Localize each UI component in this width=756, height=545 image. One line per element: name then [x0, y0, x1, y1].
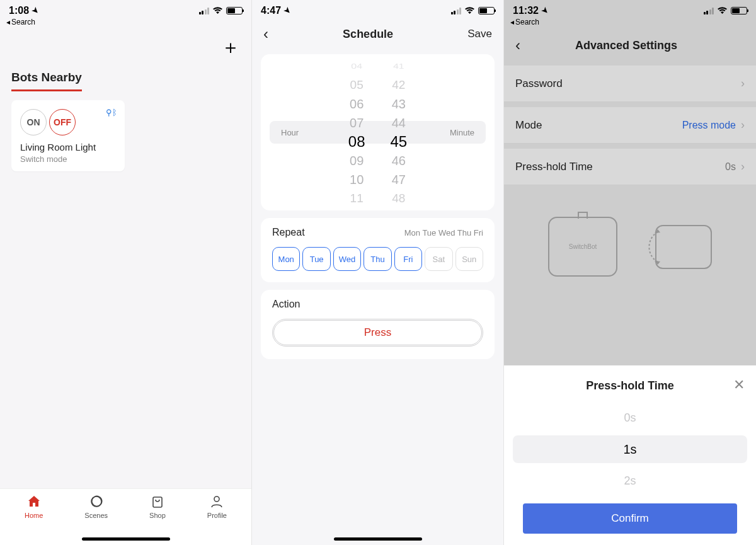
repeat-card: Repeat Mon Tue Wed Thu Fri Mon Tue Wed T…: [261, 218, 495, 282]
confirm-button[interactable]: Confirm: [523, 503, 737, 534]
status-time: 1:08: [9, 5, 29, 16]
status-time: 4:47: [261, 5, 281, 16]
off-button[interactable]: OFF: [49, 109, 76, 135]
press-button[interactable]: Press: [272, 319, 483, 347]
signal-icon: [199, 8, 210, 14]
tab-profile[interactable]: Profile: [207, 494, 227, 545]
time-picker-card: Hour Minute 04 05 06 07 08 09 10 11 12: [261, 54, 495, 210]
chevron-left-icon: ◂: [6, 18, 10, 26]
day-sat[interactable]: Sat: [425, 247, 452, 271]
pane-advanced-settings: 11:32 ➤ ◂ Search ‹ Ad: [504, 0, 756, 545]
option-1s[interactable]: 1s: [504, 433, 756, 465]
signal-icon: [451, 8, 462, 14]
profile-icon: [209, 494, 224, 509]
action-card: Action Press: [261, 290, 495, 359]
close-button[interactable]: ✕: [733, 377, 745, 393]
save-button[interactable]: Save: [467, 28, 492, 40]
day-fri[interactable]: Fri: [394, 247, 422, 271]
back-button[interactable]: ‹: [263, 25, 268, 43]
minute-column[interactable]: 41 42 43 44 45 46 47 48 49: [391, 57, 408, 208]
bluetooth-icon: ⚲ᛒ: [106, 108, 117, 117]
duration-picker[interactable]: 0s 1s 2s: [504, 399, 756, 500]
home-indicator: [82, 537, 170, 541]
nav-bar: ‹ Schedule Save: [252, 18, 503, 49]
wifi-icon: [464, 7, 475, 14]
home-indicator: [334, 537, 422, 541]
repeat-title: Repeat: [272, 227, 305, 238]
repeat-summary: Mon Tue Wed Thu Fri: [404, 228, 483, 238]
tab-bots-nearby[interactable]: Bots Nearby: [11, 71, 82, 91]
time-picker[interactable]: 04 05 06 07 08 09 10 11 12 41 42 43: [261, 57, 495, 208]
status-indicators: [199, 7, 243, 14]
option-2s[interactable]: 2s: [504, 465, 756, 496]
home-icon: [26, 494, 42, 509]
location-icon: ➤: [282, 6, 293, 16]
tab-home[interactable]: Home: [25, 494, 43, 545]
on-button[interactable]: ON: [20, 109, 47, 135]
day-sun[interactable]: Sun: [455, 247, 483, 271]
action-title: Action: [272, 299, 483, 310]
page-title: Schedule: [343, 28, 393, 41]
battery-icon: [478, 7, 495, 14]
day-tue[interactable]: Tue: [302, 247, 330, 271]
status-bar: 1:08 ➤: [0, 0, 251, 18]
add-button[interactable]: ＋: [221, 38, 240, 57]
day-mon[interactable]: Mon: [272, 247, 300, 271]
device-name: Living Room Light: [20, 142, 116, 152]
battery-icon: [226, 7, 243, 14]
option-0s[interactable]: 0s: [504, 402, 756, 433]
tab-bar: Home Scenes Shop Profile: [0, 488, 251, 545]
pane-home: 1:08 ➤ ◂ Search ＋ Bots Nearby ⚲: [0, 0, 252, 545]
status-indicators: [451, 7, 495, 14]
svg-point-3: [214, 496, 219, 502]
device-card[interactable]: ⚲ᛒ ON OFF Living Room Light Switch mode: [11, 100, 125, 171]
device-mode: Switch mode: [20, 154, 116, 164]
shop-icon: [150, 494, 165, 509]
sheet-title: Press-hold Time: [586, 379, 674, 393]
day-wed[interactable]: Wed: [333, 247, 361, 271]
back-to-search[interactable]: ◂ Search: [0, 18, 251, 29]
svg-rect-2: [153, 497, 162, 507]
scenes-icon: [89, 494, 104, 509]
day-selector: Mon Tue Wed Thu Fri Sat Sun: [272, 247, 483, 271]
status-bar: 4:47 ➤: [252, 0, 503, 18]
hour-column[interactable]: 04 05 06 07 08 09 10 11 12: [348, 57, 365, 208]
wifi-icon: [212, 7, 223, 14]
press-hold-sheet: Press-hold Time ✕ 0s 1s 2s Confirm: [504, 365, 756, 545]
location-icon: ➤: [30, 6, 41, 16]
day-thu[interactable]: Thu: [364, 247, 391, 271]
pane-schedule: 4:47 ➤ ‹ Schedule Save Hour: [252, 0, 504, 545]
